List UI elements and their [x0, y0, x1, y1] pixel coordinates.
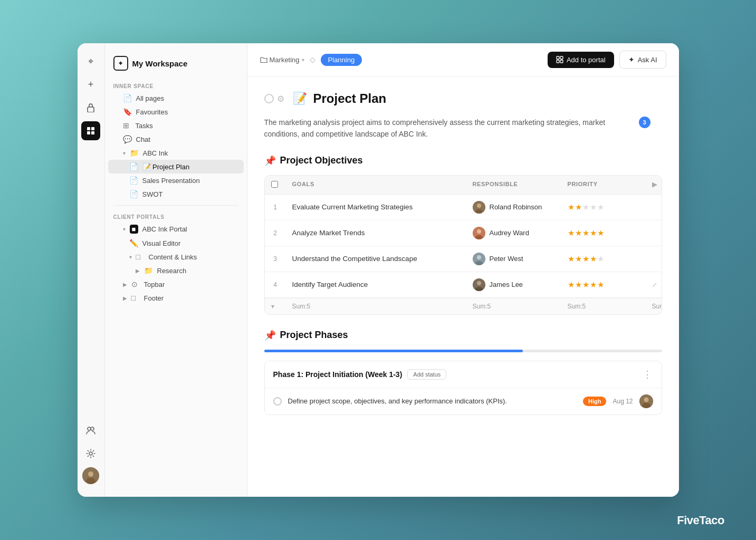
row-num-3: 3	[265, 249, 286, 269]
phases-title-text: Project Phases	[280, 330, 348, 341]
folder-breadcrumb-icon	[260, 56, 267, 63]
chevron-portal-icon: ▾	[123, 226, 126, 232]
svg-rect-3	[87, 131, 90, 134]
objectives-title-text: Project Objectives	[280, 155, 363, 166]
svg-rect-13	[557, 60, 559, 63]
objectives-section-title: 📌 Project Objectives	[264, 155, 662, 167]
chevron-footer-icon: ▶	[123, 295, 127, 301]
task-assignee-avatar[interactable]	[639, 394, 653, 408]
sidebar-label-project-plan: 📝 Project Plan	[142, 163, 190, 171]
responsible-name-1: Roland Robinson	[490, 203, 542, 211]
bookmark-icon: 🔖	[123, 108, 132, 116]
top-bar-left: Marketing ▾ ◇ Planning	[260, 54, 362, 66]
ai-icon: ✦	[628, 55, 635, 64]
avatar-roland	[473, 201, 485, 214]
app-logo: ⌖	[81, 52, 100, 71]
top-bar-right: Add to portal ✦ Ask AI	[548, 51, 666, 69]
top-bar: Marketing ▾ ◇ Planning Add to portal	[247, 43, 679, 76]
sum-goals: Sum:5	[286, 298, 466, 314]
select-all-checkbox[interactable]	[271, 181, 278, 188]
goals-table: GOALS RESPONSIBLE PRIORITY ▶ 1 Evaluate …	[264, 175, 662, 315]
svg-point-7	[89, 452, 92, 455]
add-status-button[interactable]: Add status	[407, 369, 446, 380]
sidebar-item-chat[interactable]: 💬 Chat	[108, 132, 244, 146]
svg-point-20	[475, 235, 483, 239]
ask-ai-label: Ask AI	[638, 56, 657, 64]
phases-section-title: 📌 Project Phases	[264, 330, 662, 341]
sidebar-item-topbar[interactable]: ▶ ⊙ Topbar	[108, 277, 244, 291]
sidebar-label-all-pages: All pages	[136, 94, 164, 102]
sum-expand-icon[interactable]: ▾	[271, 303, 274, 310]
sidebar-label-visual-editor: Visual Editor	[142, 239, 181, 247]
sidebar-item-abc-portal[interactable]: ▾ ■ ABC Ink Portal	[108, 222, 244, 236]
sidebar-item-swot[interactable]: 📄 SWOT	[108, 187, 244, 201]
sidebar-item-tasks[interactable]: ⊞ Tasks	[108, 119, 244, 132]
th-responsible: RESPONSIBLE	[466, 176, 561, 195]
planning-badge[interactable]: Planning	[321, 54, 362, 66]
sidebar-item-visual-editor[interactable]: ✏️ Visual Editor	[108, 236, 244, 250]
stars-3: ★★★★★	[568, 254, 605, 263]
page-settings-icon[interactable]: ⚙	[277, 94, 286, 103]
row-num-2: 2	[265, 223, 286, 243]
breadcrumb: Marketing ▾	[260, 56, 304, 64]
sidebar-item-abc-ink[interactable]: ▾ 📁 ABC Ink	[108, 146, 244, 160]
workspace-name: My Workspace	[132, 59, 188, 68]
svg-rect-4	[91, 131, 94, 134]
home-icon[interactable]	[81, 121, 100, 140]
th-expand[interactable]: ▶	[646, 176, 662, 195]
phase-title-text: Phase 1: Project Initiation (Week 1-3)	[273, 370, 403, 379]
settings-icon[interactable]	[81, 444, 100, 463]
ask-ai-button[interactable]: ✦ Ask AI	[619, 51, 666, 69]
sidebar-item-research[interactable]: ▶ 📁 Research	[108, 264, 244, 277]
priority-4: ★★★★★	[561, 274, 646, 296]
goal-text-2: Analyze Market Trends	[286, 223, 466, 243]
page-title-emoji: 📝	[293, 92, 307, 105]
phase-menu-icon[interactable]: ⋮	[643, 369, 653, 380]
sidebar-item-content-links[interactable]: ▾ □ Content & Links	[108, 250, 244, 264]
icon-bar: ⌖ +	[78, 43, 105, 497]
status-circle[interactable]	[264, 94, 274, 103]
grid-icon: ⊞	[123, 121, 131, 130]
add-button[interactable]: +	[81, 75, 100, 94]
main-content: Marketing ▾ ◇ Planning Add to portal	[247, 43, 679, 497]
user-avatar[interactable]	[82, 467, 99, 484]
svg-point-25	[477, 281, 481, 285]
sidebar: ⌖ My Workspace INNER SPACE 📄 All pages 🔖…	[105, 43, 247, 497]
sidebar-item-favourites[interactable]: 🔖 Favourites	[108, 105, 244, 119]
sidebar-item-project-plan[interactable]: 📄 📝 Project Plan	[108, 160, 244, 173]
sidebar-label-content-links: Content & Links	[149, 253, 197, 261]
workspace-icon: ⌖	[113, 56, 128, 71]
add-to-portal-button[interactable]: Add to portal	[548, 52, 614, 68]
avatar-james	[473, 278, 485, 291]
svg-point-5	[88, 427, 91, 430]
priority-3: ★★★★★	[561, 248, 646, 270]
people-icon[interactable]	[81, 421, 100, 440]
task-text: Define project scope, objectives, and ke…	[288, 397, 577, 405]
sidebar-item-sales-presentation[interactable]: 📄 Sales Presentation	[108, 173, 244, 187]
phase-card-header: Phase 1: Project Initiation (Week 1-3) A…	[265, 361, 662, 388]
expand-row-icon[interactable]: ⤢	[652, 282, 657, 288]
row-action-1	[646, 201, 662, 214]
breadcrumb-marketing[interactable]: Marketing ▾	[260, 56, 304, 64]
svg-point-29	[642, 403, 650, 408]
goal-text-1: Evaluate Current Marketing Strategies	[286, 197, 466, 217]
svg-rect-12	[560, 56, 563, 59]
svg-rect-2	[91, 127, 94, 130]
task-circle[interactable]	[273, 397, 282, 406]
svg-point-22	[477, 255, 481, 259]
folder-research-icon: 📁	[144, 266, 153, 275]
sidebar-item-footer[interactable]: ▶ □ Footer	[108, 291, 244, 305]
sidebar-label-research: Research	[157, 267, 187, 275]
stars-1: ★★★★★	[568, 202, 605, 211]
brand-name: FiveTaco	[677, 514, 724, 527]
stars-2: ★★★★★	[568, 228, 605, 237]
lock-icon[interactable]	[81, 98, 100, 117]
comment-count-badge[interactable]: 3	[639, 117, 650, 128]
table-row: 3 Understand the Competitive Landscape P…	[265, 246, 662, 272]
sidebar-item-all-pages[interactable]: 📄 All pages	[108, 91, 244, 105]
pin-icon: 📌	[264, 155, 276, 167]
table-row: 1 Evaluate Current Marketing Strategies …	[265, 195, 662, 220]
inner-space-label: INNER SPACE	[105, 79, 247, 91]
sidebar-label-abc-portal: ABC Ink Portal	[142, 225, 187, 233]
responsible-name-4: James Lee	[490, 281, 523, 288]
